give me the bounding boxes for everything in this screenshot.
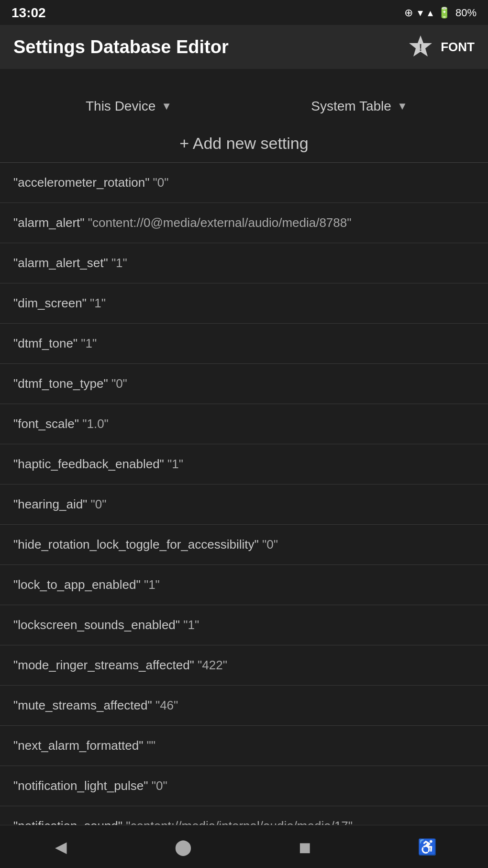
setting-value: "1" (183, 618, 199, 632)
home-button[interactable]: ⬤ (122, 825, 244, 868)
setting-value: "422" (198, 658, 227, 672)
setting-key: "alarm_alert" (13, 215, 88, 230)
back-icon: ◀ (55, 838, 67, 856)
setting-value: "0" (91, 497, 107, 511)
setting-value: "" (147, 738, 155, 753)
setting-value: "1" (111, 256, 127, 270)
table-row[interactable]: "mute_streams_affected" "46" (0, 686, 488, 726)
recent-icon: ◼ (299, 838, 311, 856)
page-title: Settings Database Editor (13, 37, 229, 57)
setting-key: "accelerometer_rotation" (13, 175, 153, 190)
table-dropdown[interactable]: System Table ▼ (250, 99, 469, 114)
setting-key: "hearing_aid" (13, 497, 91, 511)
accessibility-icon: ♿ (418, 838, 437, 856)
status-icons: ⊕ ▾ ▴ 🔋 80% (404, 7, 477, 19)
table-row[interactable]: "lock_to_app_enabled" "1" (0, 565, 488, 605)
setting-key: "mute_streams_affected" (13, 698, 155, 712)
badge-icon[interactable]: ! (408, 34, 433, 59)
header-actions: ! FONT (408, 34, 475, 59)
setting-key: "dim_screen" (13, 296, 90, 310)
table-row[interactable]: "mode_ringer_streams_affected" "422" (0, 645, 488, 686)
nav-bar: ◀ ⬤ ◼ ♿ (0, 825, 488, 868)
setting-key: "notification_light_pulse" (13, 778, 152, 793)
recent-button[interactable]: ◼ (244, 825, 366, 868)
wifi-icon: ▾ (418, 7, 423, 19)
device-dropdown-label: This Device (86, 99, 155, 114)
table-row[interactable]: "haptic_feedback_enabled" "1" (0, 444, 488, 485)
setting-key: "mode_ringer_streams_affected" (13, 658, 198, 672)
setting-key: "lockscreen_sounds_enabled" (13, 618, 183, 632)
table-row[interactable]: "dim_screen" "1" (0, 283, 488, 324)
header-spacer (0, 69, 488, 92)
home-icon: ⬤ (175, 838, 192, 856)
table-row[interactable]: "dtmf_tone_type" "0" (0, 364, 488, 404)
setting-key: "dtmf_tone_type" (13, 376, 111, 391)
table-row[interactable]: "alarm_alert" "content://0@media/externa… (0, 203, 488, 243)
table-row[interactable]: "hearing_aid" "0" (0, 485, 488, 525)
setting-value: "46" (155, 698, 178, 712)
setting-key: "font_scale" (13, 417, 82, 431)
setting-value: "1" (81, 336, 97, 350)
battery-percent: 80% (455, 7, 477, 19)
accessibility-button[interactable]: ♿ (366, 825, 488, 868)
setting-key: "hide_rotation_lock_toggle_for_accessibi… (13, 537, 262, 552)
setting-value: "1.0" (82, 417, 109, 431)
table-row[interactable]: "font_scale" "1.0" (0, 404, 488, 444)
back-button[interactable]: ◀ (0, 825, 122, 868)
setting-key: "dtmf_tone" (13, 336, 81, 350)
setting-value: "0" (153, 175, 169, 190)
table-dropdown-label: System Table (311, 99, 391, 114)
app-header: Settings Database Editor ! FONT (0, 25, 488, 69)
setting-key: "lock_to_app_enabled" (13, 577, 144, 592)
warning-badge-icon: ! (408, 34, 433, 59)
setting-key: "alarm_alert_set" (13, 256, 111, 270)
table-row[interactable]: "next_alarm_formatted" "" (0, 726, 488, 766)
dropdowns-row: This Device ▼ System Table ▼ (0, 92, 488, 121)
setting-value: "1" (90, 296, 106, 310)
battery-icon: 🔋 (438, 7, 451, 19)
status-time: 13:02 (11, 5, 46, 21)
setting-value: "0" (152, 778, 167, 793)
table-row[interactable]: "notification_light_pulse" "0" (0, 766, 488, 806)
setting-value: "0" (111, 376, 127, 391)
table-dropdown-arrow: ▼ (397, 100, 408, 113)
device-dropdown[interactable]: This Device ▼ (19, 99, 238, 114)
setting-value: "content://0@media/external/audio/media/… (88, 215, 352, 230)
setting-value: "1" (167, 457, 183, 471)
font-button[interactable]: FONT (441, 40, 475, 55)
main-content: This Device ▼ System Table ▼ + Add new s… (0, 92, 488, 868)
table-row[interactable]: "lockscreen_sounds_enabled" "1" (0, 605, 488, 645)
setting-key: "next_alarm_formatted" (13, 738, 147, 753)
setting-value: "0" (262, 537, 278, 552)
settings-list: "accelerometer_rotation" "0""alarm_alert… (0, 163, 488, 868)
table-row[interactable]: "hide_rotation_lock_toggle_for_accessibi… (0, 525, 488, 565)
table-row[interactable]: "alarm_alert_set" "1" (0, 243, 488, 283)
add-setting-button[interactable]: + Add new setting (0, 121, 488, 163)
table-row[interactable]: "dtmf_tone" "1" (0, 324, 488, 364)
sync-icon: ⊕ (404, 7, 413, 19)
status-bar: 13:02 ⊕ ▾ ▴ 🔋 80% (0, 0, 488, 25)
table-row[interactable]: "accelerometer_rotation" "0" (0, 163, 488, 203)
setting-key: "haptic_feedback_enabled" (13, 457, 167, 471)
signal-icon: ▴ (428, 7, 433, 19)
setting-value: "1" (144, 577, 160, 592)
device-dropdown-arrow: ▼ (161, 100, 172, 113)
svg-text:!: ! (419, 42, 422, 53)
